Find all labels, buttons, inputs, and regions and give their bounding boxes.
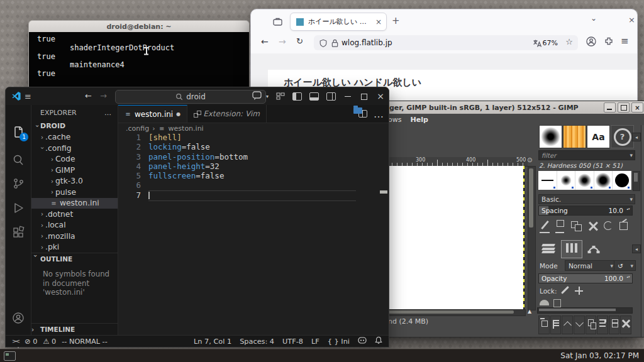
translate-icon[interactable] (533, 38, 541, 50)
terminal-launcher-icon[interactable] (4, 351, 16, 361)
terminal-window[interactable]: droid@debian: ~ true shaderIntegerDotPro… (28, 20, 250, 88)
scrollbar-thumb[interactable] (539, 309, 616, 311)
customize-layout-icon[interactable] (272, 90, 289, 102)
delete-brush-icon[interactable] (586, 219, 600, 234)
tab-close-icon[interactable]: × (371, 18, 386, 26)
back-icon[interactable]: ← (261, 36, 269, 47)
firefox-view-icon[interactable] (273, 16, 282, 28)
copilot-icon[interactable] (358, 337, 367, 346)
dock-collapse-icon[interactable]: ◂ (632, 133, 641, 141)
new-layer-group-icon[interactable] (550, 315, 562, 334)
explorer-icon[interactable]: 1 (11, 125, 25, 139)
copilot-chat-icon[interactable] (252, 90, 264, 102)
menu-icon[interactable]: ≡ (25, 92, 31, 101)
help-tab-icon[interactable]: ? (611, 125, 634, 148)
vim-mode-indicator[interactable]: -- NORMAL -- (62, 337, 107, 346)
patterns-tab-icon[interactable] (563, 125, 586, 148)
notifications-bell-icon[interactable] (375, 336, 382, 346)
extensions-icon[interactable] (604, 36, 614, 49)
menu-windows[interactable]: ows (388, 116, 401, 124)
list-tabs-icon[interactable]: ⌄ (591, 14, 597, 23)
scrollbar-thumb[interactable] (529, 168, 533, 228)
reload-icon[interactable]: ↻ (296, 36, 303, 46)
anchor-layer-icon[interactable] (609, 315, 620, 334)
brush-filter-input[interactable]: filter ▾ (538, 150, 635, 160)
close-button[interactable]: × (372, 91, 389, 101)
brush-group-select[interactable]: Basic. ▾ (538, 194, 635, 204)
encoding[interactable]: UTF-8 (282, 337, 303, 346)
spinner-icon[interactable]: ▴▾ (626, 207, 631, 211)
spacing-slider[interactable]: Spacing 10.0 ▴▾ (538, 206, 633, 216)
command-center-search[interactable]: droid (115, 90, 266, 104)
dropdown-icon[interactable]: ▾ (630, 152, 633, 158)
explorer-more-icon[interactable]: … (104, 109, 111, 117)
address-bar[interactable]: wlog.flatlib.jp 67% ☆ (314, 35, 578, 50)
brush-item[interactable] (613, 171, 631, 190)
tab-weston-ini[interactable]: ≡ weston.ini ● (118, 105, 187, 123)
scroll-up-icon[interactable]: ▲ (528, 309, 531, 314)
mode-switch-button[interactable]: ↺ ▾ (614, 260, 636, 271)
tree-item-gtk[interactable]: ›gtk-3.0 (31, 176, 118, 187)
tree-root[interactable]: › DROID (31, 121, 118, 132)
gimp-titlebar[interactable]: ger, GIMP built-in sRGB, 1 layer) 512x51… (386, 101, 644, 114)
minimize-button[interactable] (340, 92, 356, 101)
account-icon[interactable] (586, 36, 597, 50)
brush-list[interactable] (538, 171, 631, 190)
modified-dot-icon[interactable]: ● (176, 111, 180, 117)
brush-list-scrollbar[interactable] (633, 171, 640, 191)
forward-icon[interactable]: → (279, 36, 286, 47)
toggle-panel-icon[interactable] (309, 92, 319, 101)
remote-indicator-icon[interactable]: >< (12, 338, 19, 344)
tree-item-local[interactable]: ›.local (31, 220, 118, 231)
window-close-icon[interactable]: × (628, 15, 635, 25)
new-layer-icon[interactable] (538, 315, 550, 334)
nav-forward-icon[interactable]: → (100, 91, 107, 101)
minimize-button[interactable] (604, 102, 616, 112)
gimp-window[interactable]: ger, GIMP built-in sRGB, 1 layer) 512x51… (385, 101, 644, 337)
spinner-icon[interactable]: ▴▾ (626, 275, 631, 278)
brush-item[interactable] (557, 171, 576, 190)
eol-indicator[interactable]: LF (311, 337, 319, 346)
tree-item-cache[interactable]: ›.cache (31, 132, 118, 143)
copilot-dropdown-icon[interactable]: ▾ (266, 94, 269, 99)
delete-layer-icon[interactable] (620, 315, 631, 334)
source-control-icon[interactable] (11, 177, 25, 190)
toggle-sidebar-icon[interactable] (292, 92, 302, 101)
editor-more-icon[interactable]: … (374, 108, 384, 120)
brush-item[interactable] (575, 171, 594, 190)
vscode-titlebar[interactable]: ≡ ← → droid ▾ × (6, 87, 389, 106)
maximize-button[interactable] (618, 102, 630, 112)
opacity-slider[interactable]: Opacity 100.0 ▴▾ (538, 273, 633, 283)
lock-icon[interactable] (331, 38, 339, 50)
tree-item-weston-ini[interactable]: ≡weston.ini (31, 198, 118, 209)
layers-tab-icon[interactable] (538, 240, 558, 257)
channels-tab-icon[interactable] (561, 240, 582, 258)
brush-item[interactable] (538, 171, 557, 190)
tree-item-pki[interactable]: ›.pki (31, 242, 118, 253)
indentation[interactable]: Spaces: 4 (240, 337, 274, 346)
layer-mode-select[interactable]: Normal ▾ (565, 260, 616, 271)
browser-tab[interactable]: ホイール欲しい ハンドル × (290, 13, 387, 31)
canvas-vertical-scrollbar[interactable] (528, 166, 536, 310)
fonts-tab-icon[interactable]: Aa (587, 125, 610, 148)
language-mode[interactable]: { } Ini (328, 337, 350, 346)
duplicate-brush-icon[interactable] (570, 219, 584, 234)
brushes-tab-icon[interactable] (539, 125, 562, 148)
run-debug-icon[interactable] (11, 201, 25, 215)
bookmark-star-icon[interactable]: ☆ (565, 37, 573, 47)
app-menu-icon[interactable]: ≡ (621, 35, 629, 47)
shield-icon[interactable] (319, 38, 328, 50)
zoom-quick-icon[interactable]: ⊙ (527, 156, 532, 163)
brush-item[interactable] (594, 171, 613, 190)
extensions-icon[interactable] (11, 226, 25, 239)
vscode-window[interactable]: ≡ ← → droid ▾ × (5, 87, 389, 348)
refresh-brushes-icon[interactable] (602, 219, 616, 234)
maximize-button[interactable] (356, 92, 372, 101)
scrollbar-thumb[interactable] (388, 310, 514, 314)
dock-collapse-icon[interactable]: ◂ (632, 244, 641, 253)
close-button[interactable]: × (631, 102, 643, 112)
timeline-section-header[interactable]: › TIMELINE (31, 323, 118, 335)
tree-item-config[interactable]: ›.config (31, 143, 118, 154)
tree-item-gimp[interactable]: ›GIMP (31, 165, 118, 176)
paths-tab-icon[interactable] (584, 240, 604, 257)
